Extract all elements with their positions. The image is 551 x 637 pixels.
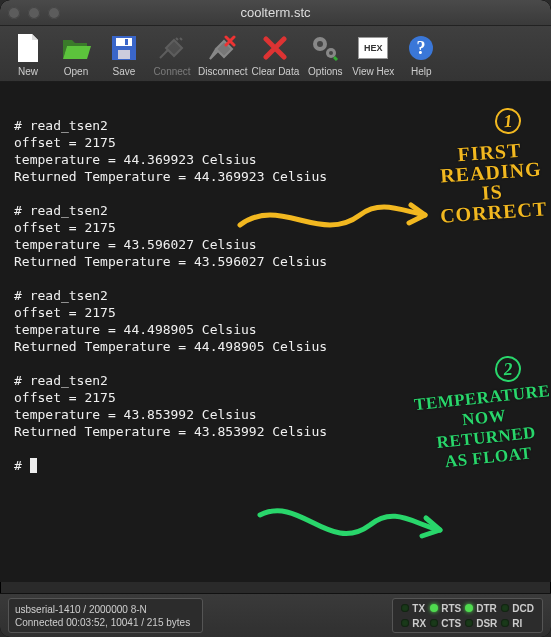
viewhex-button[interactable]: HEX View Hex	[351, 32, 395, 77]
new-button[interactable]: New	[6, 32, 50, 77]
terminal-output[interactable]: # read_tsen2 offset = 2175 temperature =…	[0, 82, 551, 582]
help-label: Help	[411, 66, 432, 77]
status-connection: usbserial-1410 / 2000000 8-N Connected 0…	[8, 598, 203, 633]
minimize-icon[interactable]	[28, 7, 40, 19]
connect-label: Connect	[153, 66, 190, 77]
led-cts: CTS	[430, 618, 461, 629]
titlebar: coolterm.stc	[0, 0, 551, 26]
window-controls	[8, 7, 60, 19]
led-tx: TX	[401, 603, 426, 614]
close-icon[interactable]	[8, 7, 20, 19]
window-title: coolterm.stc	[0, 5, 551, 20]
toolbar: New Open Save Connect Disconnect Clear D…	[0, 26, 551, 82]
plug-icon	[156, 32, 188, 64]
x-icon	[259, 32, 291, 64]
svg-point-5	[317, 41, 323, 47]
options-button[interactable]: Options	[303, 32, 347, 77]
save-label: Save	[113, 66, 136, 77]
maximize-icon[interactable]	[48, 7, 60, 19]
svg-rect-1	[116, 38, 132, 46]
svg-rect-3	[125, 39, 128, 45]
file-icon	[12, 32, 44, 64]
status-leds: TX RX RTS CTS DTR DSR DCD RI	[392, 598, 543, 633]
plug-x-icon	[207, 32, 239, 64]
save-button[interactable]: Save	[102, 32, 146, 77]
open-button[interactable]: Open	[54, 32, 98, 77]
gear-icon	[309, 32, 341, 64]
led-dsr: DSR	[465, 618, 497, 629]
status-bar: usbserial-1410 / 2000000 8-N Connected 0…	[0, 593, 551, 637]
svg-text:?: ?	[417, 38, 426, 58]
hex-icon: HEX	[357, 32, 389, 64]
options-label: Options	[308, 66, 342, 77]
floppy-icon	[108, 32, 140, 64]
folder-open-icon	[60, 32, 92, 64]
viewhex-label: View Hex	[352, 66, 394, 77]
status-port: usbserial-1410 / 2000000 8-N	[15, 604, 196, 615]
help-button[interactable]: ? Help	[399, 32, 443, 77]
help-icon: ?	[405, 32, 437, 64]
new-label: New	[18, 66, 38, 77]
disconnect-label: Disconnect	[198, 66, 247, 77]
led-dtr: DTR	[465, 603, 497, 614]
led-rx: RX	[401, 618, 426, 629]
disconnect-button[interactable]: Disconnect	[198, 32, 247, 77]
connect-button: Connect	[150, 32, 194, 77]
status-bytes: Connected 00:03:52, 10041 / 215 bytes	[15, 617, 196, 628]
clear-label: Clear Data	[251, 66, 299, 77]
led-ri: RI	[501, 618, 534, 629]
led-rts: RTS	[430, 603, 461, 614]
svg-rect-2	[118, 50, 130, 59]
clear-button[interactable]: Clear Data	[251, 32, 299, 77]
svg-point-7	[329, 51, 333, 55]
open-label: Open	[64, 66, 88, 77]
led-dcd: DCD	[501, 603, 534, 614]
